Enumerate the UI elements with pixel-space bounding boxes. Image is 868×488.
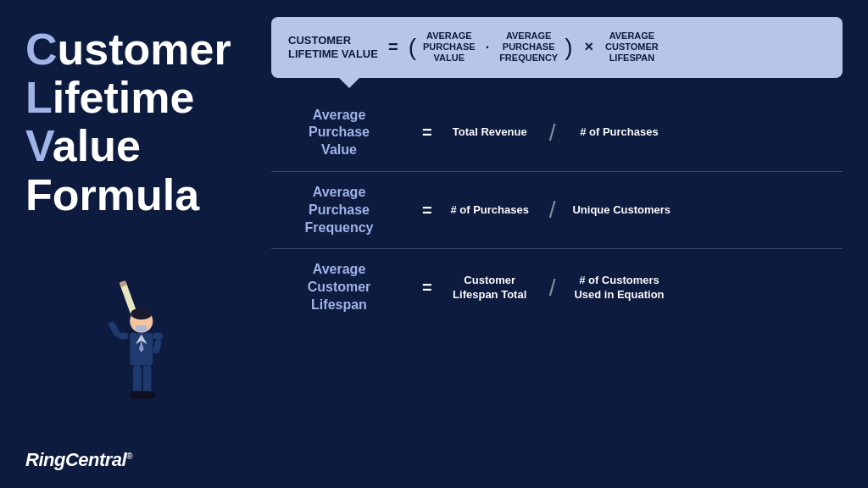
svg-rect-11 [108,321,121,339]
formula-open-paren: ( [409,36,416,59]
sub-formula-numerator-acl: CustomerLifespan Total [448,274,532,302]
title-line-customer: Customer [25,25,246,74]
svg-rect-12 [153,333,163,340]
sub-formula-name-acl: AverageCustomerLifespan [271,261,407,313]
sub-formula-numerator-apv: Total Revenue [448,125,532,140]
svg-point-5 [131,308,152,320]
sub-formula-row-apf: AveragePurchaseFrequency = # of Purchase… [271,172,843,249]
sub-formula-denominator-apf: Unique Customers [572,203,670,218]
sub-formula-name-apv: AveragePurchaseValue [271,107,407,159]
person-svg [81,270,191,402]
brand-logo: RingCentral® [25,449,246,471]
sub-formula-row-apv: AveragePurchaseValue = Total Revenue / #… [271,95,843,172]
sub-formula-eq-apv: = [422,123,432,142]
title-rest-lifetime: ifetime [53,73,195,122]
formula-equals-sign: = [388,37,398,57]
title-line-formula: Formula [25,171,246,219]
sub-formula-divider-apf: / [549,197,556,224]
sub-formula-eq-apf: = [422,201,432,220]
svg-rect-15 [143,366,152,395]
formula-box: CUSTOMERLIFETIME VALUE = ( AVERAGEPURCHA… [271,17,843,78]
sub-formula-divider-acl: / [549,274,556,302]
formula-clv-label: CUSTOMERLIFETIME VALUE [288,34,378,60]
formula-term-apv: AVERAGEPURCHASEVALUE [423,30,476,64]
formula-multiply-sign: × [585,38,594,56]
title-letter-v: V [25,121,53,170]
title-letter-l: L [25,73,53,122]
brand-name: RingCentral [25,449,126,470]
title-rest-customer: ustomer [58,25,231,74]
sub-formula-eq-acl: = [422,278,432,297]
svg-rect-4 [136,325,147,332]
title-line-value: Value [25,122,246,170]
sub-formula-numerator-apf: # of Purchases [448,203,532,218]
formula-term-apf: AVERAGEPURCHASEFREQUENCY [499,30,558,64]
sub-formula-divider-apv: / [549,119,556,147]
sub-formula-denominator-acl: # of CustomersUsed in Equation [572,274,665,302]
title-line-lifetime: Lifetime [25,74,246,122]
brand-registered: ® [126,452,132,461]
title-letter-c: C [25,25,58,74]
formula-term-acl: AVERAGECUSTOMERLIFESPAN [605,30,659,64]
title-rest-value: alue [53,121,141,170]
clv-title: Customer Lifetime Value Formula [25,25,246,219]
sub-formulas-container: AveragePurchaseValue = Total Revenue / #… [271,95,843,471]
person-figure [81,270,191,406]
formula-dot-operator: · [486,40,489,55]
sub-formula-row-acl: AverageCustomerLifespan = CustomerLifesp… [271,249,843,325]
svg-rect-14 [133,366,142,395]
svg-point-17 [139,391,155,400]
formula-close-paren: ) [565,36,572,59]
right-panel: CUSTOMERLIFETIME VALUE = ( AVERAGEPURCHA… [263,0,868,488]
sub-formula-name-apf: AveragePurchaseFrequency [271,184,407,236]
svg-rect-13 [153,339,163,355]
sub-formula-denominator-apv: # of Purchases [572,125,665,140]
title-rest-formula: Formula [25,170,199,219]
left-panel: Customer Lifetime Value Formula [0,0,263,488]
